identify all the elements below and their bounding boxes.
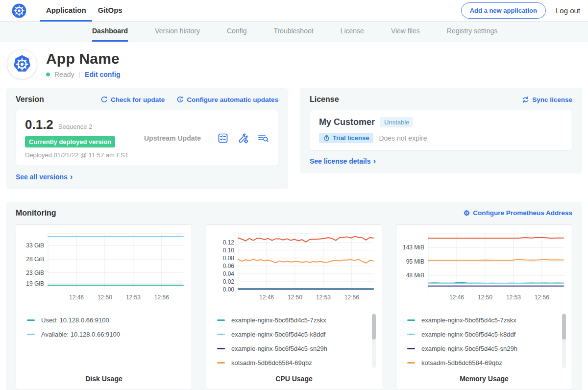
edit-config-link[interactable]: Edit config [85,71,120,78]
memory-usage-legend: example-nginx-5bc6f5d4c5-7zskxexample-ng… [401,312,567,370]
svg-text:0.00: 0.00 [223,286,235,293]
svg-text:12:46: 12:46 [259,294,274,301]
tab-gitops[interactable]: GitOps [92,0,128,22]
tab-application[interactable]: Application [40,0,92,22]
chevron-right-icon: › [70,172,73,181]
view-diff-icon[interactable] [257,132,269,144]
see-license-details-link[interactable]: See license details › [310,157,376,165]
tab-dashboard[interactable]: Dashboard [92,22,128,42]
see-license-details-label: See license details [310,157,371,165]
tab-registry-settings[interactable]: Registry settings [447,22,497,42]
version-card: Version Check for update Configure au [6,88,288,189]
cpu-usage-title: CPU Usage [211,370,377,383]
status-label: Ready [54,71,74,78]
legend-item: example-nginx-5bc6f5d4c5-k8ddf [407,327,556,341]
svg-text:0.02: 0.02 [223,278,235,285]
deployed-version-row: 0.1.2 Sequence 2 Currently deployed vers… [16,110,278,166]
svg-text:0.10: 0.10 [223,246,235,253]
configure-automatic-updates-link[interactable]: Configure automatic updates [176,96,278,103]
svg-text:48 MiB: 48 MiB [406,272,424,279]
legend-color-dash [217,334,225,335]
svg-text:95 MiB: 95 MiB [406,258,424,265]
kubernetes-heptagon-icon [12,54,32,74]
legend-label: kotsadm-5db6dc6584-69qbz [231,359,312,366]
legend-scrollbar-thumb[interactable] [562,314,566,340]
legend-label: example-nginx-5bc6f5d4c5-7zskx [421,317,516,324]
tab-application-label: Application [46,6,86,14]
legend-color-dash [27,319,35,321]
logout-link[interactable]: Log out [556,6,580,15]
memory-usage-card: 48 MiB95 MiB143 MiB12:4612:5012:5312:56 … [396,224,572,390]
version-source: Upstream Update [140,134,217,142]
legend-color-dash [27,334,35,335]
legend-scrollbar[interactable] [562,313,566,368]
legend-scrollbar[interactable] [372,313,376,368]
deployed-timestamp: Deployed 01/21/22 @ 11:57 am EST [25,151,140,159]
svg-text:12:56: 12:56 [344,294,359,301]
version-number: 0.1.2 [25,117,53,132]
monitoring-section: Monitoring ⚙ Configure Prometheus Addres… [6,202,582,390]
check-for-update-label: Check for update [111,96,165,103]
legend-color-dash [407,348,415,349]
legend-item: kotsadm-5db6dc6584-69qbz [407,356,556,370]
refresh-icon [100,96,108,103]
legend-item: example-nginx-5bc6f5d4c5-sn29h [217,341,366,356]
svg-text:0.12: 0.12 [223,239,235,245]
legend-label: kotsadm-5db6dc6584-69qbz [421,359,502,366]
legend-color-dash [217,348,225,349]
cpu-usage-legend: example-nginx-5bc6f5d4c5-7zskxexample-ng… [211,312,377,370]
svg-text:12:53: 12:53 [126,294,141,301]
svg-text:12:50: 12:50 [98,294,112,301]
license-details-row: My Customer Unstable Trial license Does … [310,110,572,150]
version-sequence: Sequence 2 [58,123,92,130]
svg-text:12:50: 12:50 [288,294,302,301]
channel-badge: Unstable [380,117,413,127]
kubernetes-logo-icon[interactable] [12,3,26,18]
legend-label: example-nginx-5bc6f5d4c5-sn29h [421,345,517,352]
legend-scrollbar-thumb[interactable] [372,314,376,340]
tab-version-history[interactable]: Version history [155,22,200,42]
license-card: License Sync license My Customer Unstabl… [300,88,582,173]
sync-license-link[interactable]: Sync license [522,96,572,103]
memory-usage-chart: 48 MiB95 MiB143 MiB12:4612:5012:5312:56 [401,230,567,308]
page-title: App Name [46,50,120,67]
svg-text:12:46: 12:46 [69,294,84,301]
top-nav: Application GitOps Add a new application… [0,0,588,22]
app-avatar [7,49,37,79]
legend-label: example-nginx-5bc6f5d4c5-7zskx [231,317,326,324]
configure-prometheus-link[interactable]: ⚙ Configure Prometheus Address [464,209,572,217]
check-for-update-link[interactable]: Check for update [100,96,165,103]
legend-label: example-nginx-5bc6f5d4c5-sn29h [231,345,327,352]
tab-config[interactable]: Config [227,22,246,42]
legend-label: example-nginx-5bc6f5d4c5-k8ddf [231,331,325,338]
status-dot [46,73,50,76]
disk-usage-chart: 19 GiB23 GiB28 GiB33 GiB12:4612:5012:531… [21,230,187,308]
legend-label: Used: 10.128.0.66:9100 [41,317,109,324]
add-new-application-button[interactable]: Add a new application [461,2,546,19]
svg-text:12:46: 12:46 [449,294,464,301]
legend-item: example-nginx-5bc6f5d4c5-sn29h [407,341,556,356]
preflight-checks-icon[interactable] [237,132,249,144]
tab-view-files[interactable]: View files [391,22,420,42]
customer-name: My Customer [319,117,375,127]
legend-color-dash [217,319,225,321]
legend-item: Used: 10.128.0.66:9100 [27,313,176,327]
svg-text:12:56: 12:56 [535,294,549,301]
monitoring-title: Monitoring [16,209,56,218]
release-notes-icon[interactable] [217,132,229,144]
legend-item: Available: 10.128.0.66:9100 [27,327,176,341]
clock-refresh-icon [176,96,184,103]
app-header: App Name Ready | Edit config [0,42,588,87]
svg-text:19 GiB: 19 GiB [26,280,44,287]
see-all-versions-label: See all versions [16,173,68,181]
trial-license-label: Trial license [333,134,369,142]
see-all-versions-link[interactable]: See all versions › [16,172,73,181]
disk-usage-title: Disk Usage [21,370,187,383]
disk-usage-card: 19 GiB23 GiB28 GiB33 GiB12:4612:5012:531… [16,224,192,390]
configure-prometheus-label: Configure Prometheus Address [473,209,572,217]
tab-license[interactable]: License [341,22,364,42]
stopwatch-icon [323,135,330,141]
tab-troubleshoot[interactable]: Troubleshoot [273,22,313,42]
legend-color-dash [407,319,415,321]
memory-usage-title: Memory Usage [401,370,567,383]
